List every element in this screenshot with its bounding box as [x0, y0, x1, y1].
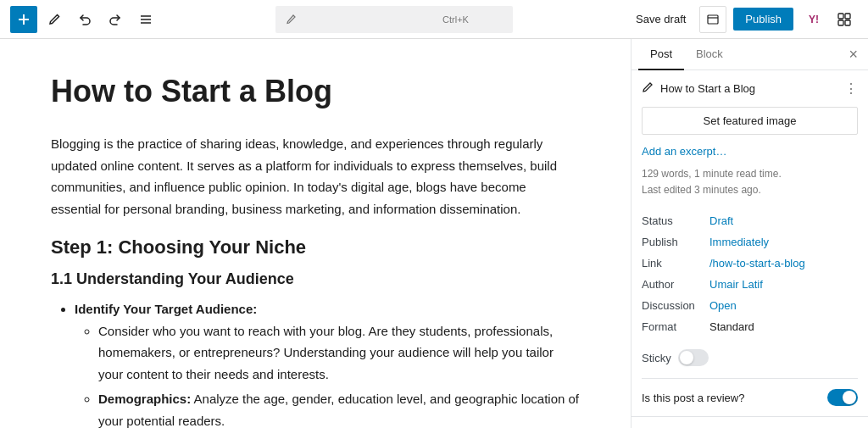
save-draft-button[interactable]: Save draft: [629, 9, 693, 29]
sidebar-tabs: Post Block ×: [632, 39, 868, 70]
author-row: Author Umair Latif: [642, 274, 858, 295]
search-shortcut: Ctrl+K: [442, 14, 469, 25]
sidebar-post-title: How to Start a Blog: [660, 82, 837, 95]
sub-list: Consider who you want to reach with your…: [75, 320, 580, 428]
sticky-label: Sticky: [642, 352, 671, 364]
view-button[interactable]: [699, 6, 726, 33]
tab-block[interactable]: Block: [684, 39, 735, 70]
heading-sub1: 1.1 Understanding Your Audience: [51, 270, 580, 288]
edit-pencil-icon: [286, 14, 297, 25]
status-row: Status Draft: [642, 210, 858, 231]
toolbar-left: [10, 6, 159, 33]
link-row: Link /how-to-start-a-blog: [642, 253, 858, 274]
publish-value[interactable]: Immediately: [709, 231, 858, 253]
main-area: How to Start a Blog Blogging is the prac…: [0, 39, 868, 428]
svg-rect-5: [708, 15, 718, 24]
publish-label: Publish: [642, 231, 709, 253]
review-toggle-knob: [843, 391, 856, 404]
list-item-1: Identify Your Target Audience: Consider …: [75, 298, 580, 428]
post-title-row: How to Start a Blog ⋮: [642, 81, 858, 97]
edit-button[interactable]: [41, 6, 68, 33]
review-toggle[interactable]: [827, 389, 858, 406]
tab-post[interactable]: Post: [638, 39, 684, 70]
svg-rect-7: [838, 14, 843, 19]
toolbar-right: Save draft Publish Y!: [629, 6, 858, 33]
close-sidebar-button[interactable]: ×: [845, 43, 861, 65]
status-value[interactable]: Draft: [709, 210, 858, 231]
word-count: 129 words, 1 minute read time.: [642, 166, 858, 182]
editor-area[interactable]: How to Start a Blog Blogging is the prac…: [0, 39, 631, 428]
yoast-icon-button[interactable]: Y!: [800, 6, 827, 33]
heading-step1: Step 1: Choosing Your Niche: [51, 236, 580, 258]
featured-image-button[interactable]: Set featured image: [642, 107, 858, 135]
discussion-label: Discussion: [642, 295, 709, 316]
search-input[interactable]: How to Start a Blog: [302, 13, 437, 25]
status-label: Status: [642, 210, 709, 231]
sub-item-1: Consider who you want to reach with your…: [98, 320, 580, 386]
toolbar: How to Start a Blog Ctrl+K Save draft Pu…: [0, 0, 868, 39]
toolbar-center: How to Start a Blog Ctrl+K: [163, 6, 626, 33]
post-icon: [642, 81, 654, 96]
last-edited: Last edited 3 minutes ago.: [642, 182, 858, 198]
redo-button[interactable]: [102, 6, 129, 33]
review-label: Is this post a review?: [642, 392, 827, 404]
publish-button[interactable]: Publish: [733, 8, 793, 31]
right-sidebar: Post Block × How to Start a Blog ⋮ Set f…: [631, 39, 868, 428]
settings-button[interactable]: [831, 6, 858, 33]
post-title: How to Start a Blog: [51, 73, 580, 109]
list-view-button[interactable]: [132, 6, 159, 33]
more-options-icon[interactable]: ⋮: [844, 81, 858, 97]
svg-rect-10: [845, 20, 850, 25]
undo-button[interactable]: [71, 6, 98, 33]
sub-item-2: Demographics: Analyze the age, gender, e…: [98, 388, 580, 428]
post-stats: 129 words, 1 minute read time. Last edit…: [642, 166, 858, 198]
svg-rect-8: [845, 14, 850, 19]
toolbar-icons: Y!: [800, 6, 858, 33]
editor-content: How to Start a Blog Blogging is the prac…: [51, 73, 580, 428]
yoast-section: Yoast SEO ∧ Readability analysis: Good: [631, 416, 868, 428]
intro-paragraph: Blogging is the practice of sharing idea…: [51, 133, 580, 220]
review-row: Is this post a review?: [642, 378, 858, 406]
sticky-row: Sticky: [642, 349, 858, 366]
author-label: Author: [642, 274, 709, 295]
meta-table: Status Draft Publish Immediately Link /h…: [642, 210, 858, 337]
format-row: Format Standard: [642, 316, 858, 337]
bullet-list: Identify Your Target Audience: Consider …: [51, 298, 580, 428]
bullet1-label: Identify Your Target Audience:: [75, 302, 257, 316]
discussion-value[interactable]: Open: [709, 295, 858, 316]
toggle-knob: [680, 351, 693, 364]
svg-rect-9: [838, 20, 843, 25]
link-value[interactable]: /how-to-start-a-blog: [709, 253, 858, 274]
format-label: Format: [642, 316, 709, 337]
link-label: Link: [642, 253, 709, 274]
search-bar[interactable]: How to Start a Blog Ctrl+K: [275, 6, 513, 33]
sidebar-body: How to Start a Blog ⋮ Set featured image…: [632, 70, 868, 416]
format-value[interactable]: Standard: [709, 316, 858, 337]
sticky-toggle[interactable]: [678, 349, 709, 366]
author-value[interactable]: Umair Latif: [709, 274, 858, 295]
discussion-row: Discussion Open: [642, 295, 858, 316]
publish-row: Publish Immediately: [642, 231, 858, 253]
add-block-button[interactable]: [10, 6, 37, 33]
add-excerpt-link[interactable]: Add an excerpt…: [642, 145, 858, 158]
